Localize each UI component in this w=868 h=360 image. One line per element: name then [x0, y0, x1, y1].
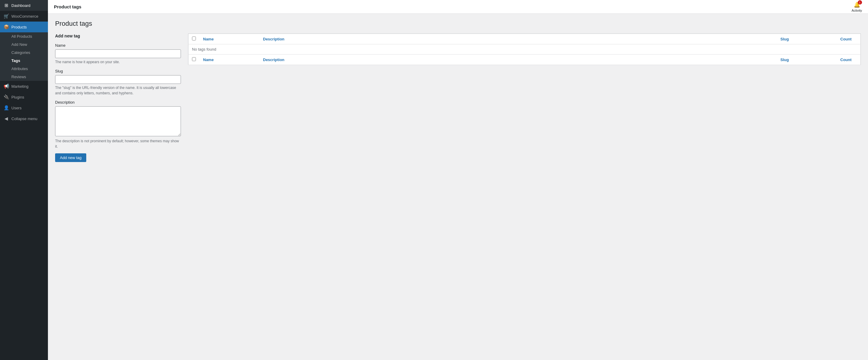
activity-icon: 🔔 1 — [854, 1, 860, 8]
slug-hint: The "slug" is the URL-friendly version o… — [55, 85, 181, 96]
name-input[interactable] — [55, 50, 181, 58]
slug-field: Slug The "slug" is the URL-friendly vers… — [55, 69, 181, 96]
add-new-tag-button[interactable]: Add new tag — [55, 153, 86, 162]
sidebar-sub-reviews[interactable]: Reviews — [0, 73, 48, 81]
sidebar-sub-attributes[interactable]: Attributes — [0, 65, 48, 73]
add-tag-form-column: Add new tag Name The name is how it appe… — [55, 34, 181, 162]
sidebar-sub-all-products[interactable]: All Products — [0, 32, 48, 40]
select-all-checkbox[interactable] — [192, 36, 196, 40]
topbar: Product tags 🔔 1 Activity — [48, 0, 868, 14]
sidebar-item-users[interactable]: 👤 Users — [0, 102, 48, 113]
description-input[interactable] — [55, 106, 181, 136]
topbar-title: Product tags — [54, 4, 82, 9]
footer-col-count[interactable]: Count — [837, 55, 861, 65]
no-items-message: No tags found — [188, 44, 861, 55]
sidebar-item-marketing[interactable]: 📢 Marketing — [0, 81, 48, 92]
no-items-row: No tags found — [188, 44, 861, 55]
page-content: Product tags Add new tag Name The name i… — [48, 14, 868, 360]
slug-label: Slug — [55, 69, 181, 73]
footer-col-name[interactable]: Name — [199, 55, 259, 65]
activity-button[interactable]: 🔔 1 Activity — [851, 1, 862, 12]
table-footer-row: Name Description Slug Count — [188, 55, 861, 65]
main-area: Product tags 🔔 1 Activity Product tags A… — [48, 0, 868, 360]
page-title: Product tags — [55, 20, 861, 28]
slug-input[interactable] — [55, 75, 181, 84]
name-hint: The name is how it appears on your site. — [55, 59, 181, 65]
footer-col-slug[interactable]: Slug — [777, 55, 837, 65]
plugins-icon: 🔌 — [4, 94, 9, 100]
woocommerce-icon: 🛒 — [4, 13, 9, 19]
sidebar-item-collapse[interactable]: ◀ Collapse menu — [0, 113, 48, 124]
sidebar-sub-categories[interactable]: Categories — [0, 49, 48, 57]
sidebar-item-products[interactable]: 📦 Products — [0, 22, 48, 32]
name-field: Name The name is how it appears on your … — [55, 43, 181, 65]
description-hint: The description is not prominent by defa… — [55, 138, 181, 149]
sidebar-sub-add-new[interactable]: Add New — [0, 40, 48, 49]
footer-cb-col — [188, 55, 200, 65]
layout-columns: Add new tag Name The name is how it appe… — [55, 34, 861, 162]
select-all-col — [188, 34, 200, 44]
table-header-row: Name Description Slug Count — [188, 34, 861, 44]
sidebar-item-dashboard[interactable]: ⊞ Dashboard — [0, 0, 48, 11]
footer-col-description[interactable]: Description — [259, 55, 777, 65]
products-icon: 📦 — [4, 24, 9, 30]
name-label: Name — [55, 43, 181, 48]
sidebar: ⊞ Dashboard 🛒 WooCommerce 📦 Products All… — [0, 0, 48, 360]
dashboard-icon: ⊞ — [4, 3, 9, 8]
products-submenu: All Products Add New Categories Tags Att… — [0, 32, 48, 81]
col-slug-header[interactable]: Slug — [777, 34, 837, 44]
col-name-header[interactable]: Name — [199, 34, 259, 44]
form-section-title: Add new tag — [55, 34, 181, 38]
sidebar-sub-tags[interactable]: Tags — [0, 57, 48, 65]
description-label: Description — [55, 100, 181, 104]
col-count-header[interactable]: Count — [837, 34, 861, 44]
tags-table-column: Name Description Slug Count No tags foun… — [188, 34, 861, 65]
activity-badge: 1 — [858, 0, 862, 4]
marketing-icon: 📢 — [4, 84, 9, 89]
sidebar-item-plugins[interactable]: 🔌 Plugins — [0, 92, 48, 102]
col-description-header[interactable]: Description — [259, 34, 777, 44]
description-field: Description The description is not promi… — [55, 100, 181, 149]
collapse-icon: ◀ — [4, 116, 9, 121]
sidebar-item-woocommerce[interactable]: 🛒 WooCommerce — [0, 11, 48, 22]
footer-select-all-checkbox[interactable] — [192, 57, 196, 61]
users-icon: 👤 — [4, 105, 9, 111]
tags-table: Name Description Slug Count No tags foun… — [188, 34, 861, 65]
